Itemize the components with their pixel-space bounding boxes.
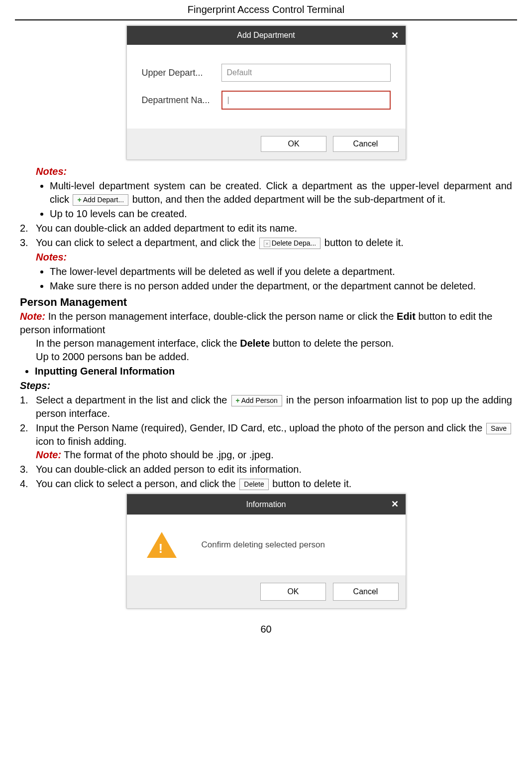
- confirm-message: Confirm deleting selected person: [202, 539, 325, 551]
- ok-button[interactable]: OK: [260, 583, 326, 601]
- dialog-title-text: Add Department: [134, 31, 399, 40]
- close-icon[interactable]: ✕: [391, 30, 399, 41]
- warning-icon: [147, 532, 177, 558]
- dialog-titlebar: Add Department ✕: [127, 26, 406, 45]
- upper-department-label: Upper Depart...: [142, 68, 221, 78]
- steps-label: Steps:: [20, 379, 512, 392]
- note-item: The lower-level departments will be dele…: [50, 265, 512, 278]
- close-icon[interactable]: ✕: [391, 498, 399, 510]
- save-button[interactable]: Save: [486, 423, 511, 434]
- add-department-button[interactable]: +Add Depart...: [73, 194, 128, 206]
- page-header: Fingerprint Access Control Terminal: [15, 0, 517, 20]
- x-icon: ×: [264, 240, 270, 247]
- text-line: In the person management interface, clic…: [36, 337, 512, 350]
- list-item: 3. You can click to select a department,…: [20, 236, 512, 250]
- department-name-input[interactable]: |: [221, 91, 391, 110]
- upper-department-input[interactable]: Default: [221, 64, 391, 82]
- note-line: Note: In the person management interface…: [20, 310, 512, 337]
- section-heading-person-management: Person Management: [20, 295, 512, 310]
- note-item: Up to 10 levels can be created.: [50, 207, 512, 221]
- list-item: 1. Select a department in the list and c…: [20, 393, 512, 420]
- page-number: 60: [15, 609, 517, 645]
- text-line: Up to 2000 persons ban be added.: [36, 350, 512, 364]
- ok-button[interactable]: OK: [261, 136, 326, 152]
- delete-button[interactable]: Delete: [239, 479, 268, 490]
- note-item: Make sure there is no person added under…: [50, 279, 512, 293]
- delete-department-button[interactable]: ×Delete Depa...: [259, 238, 320, 249]
- notes-label: Notes:: [36, 166, 67, 177]
- list-item: 2. You can double-click an added departm…: [20, 222, 512, 235]
- department-name-label: Department Na...: [142, 95, 221, 106]
- dialog-title-text: Information: [134, 499, 399, 510]
- dialog-titlebar: Information ✕: [127, 494, 406, 515]
- cancel-button[interactable]: Cancel: [333, 583, 399, 601]
- bullet-heading: Inputting General Information: [35, 365, 512, 378]
- add-person-button[interactable]: +Add Person: [231, 395, 282, 406]
- add-department-dialog: Add Department ✕ Upper Depart... Default…: [126, 25, 406, 160]
- plus-icon: +: [236, 396, 240, 404]
- note-item: Multi-level department system can be cre…: [50, 179, 512, 206]
- list-item: 4. You can click to select a person, and…: [20, 477, 512, 491]
- list-item: 2. Input the Person Name (required), Gen…: [20, 421, 512, 462]
- information-dialog: Information ✕ Confirm deleting selected …: [126, 494, 406, 609]
- cancel-button[interactable]: Cancel: [333, 136, 399, 152]
- list-item: 3. You can double-click an added person …: [20, 463, 512, 476]
- plus-icon: +: [77, 196, 81, 204]
- notes-label: Notes:: [36, 252, 67, 262]
